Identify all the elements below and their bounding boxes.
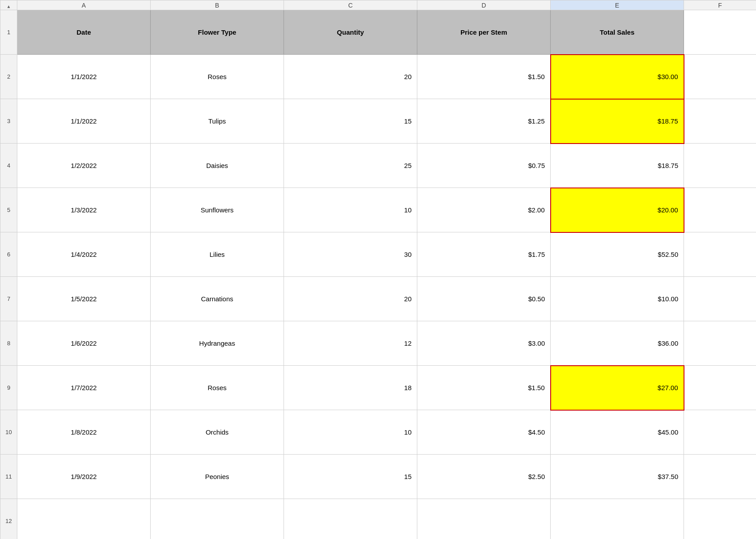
row-num-4: 4 [0, 144, 17, 188]
cell-total-11[interactable]: $37.50 [551, 455, 684, 499]
cell-date-8[interactable]: 1/6/2022 [17, 321, 151, 366]
cell-c-12[interactable] [284, 499, 417, 539]
cell-price-4[interactable]: $0.75 [417, 144, 551, 188]
cell-f-4 [684, 144, 756, 188]
cell-f-8 [684, 321, 756, 366]
row-num-6: 6 [0, 232, 17, 277]
col-header-c[interactable]: C [284, 0, 417, 10]
cell-flower-9[interactable]: Roses [151, 366, 284, 410]
cell-price-8[interactable]: $3.00 [417, 321, 551, 366]
cell-quantity-10[interactable]: 10 [284, 410, 417, 455]
data-row-10: 101/8/2022Orchids10$4.50$45.00 [0, 410, 756, 455]
cell-flower-6[interactable]: Lilies [151, 232, 284, 277]
data-row-11: 111/9/2022Peonies15$2.50$37.50 [0, 455, 756, 499]
cell-e-12[interactable] [551, 499, 684, 539]
cell-quantity-7[interactable]: 20 [284, 277, 417, 321]
cell-date-2[interactable]: 1/1/2022 [17, 55, 151, 99]
row-num-12: 12 [0, 499, 17, 539]
cell-quantity-6[interactable]: 30 [284, 232, 417, 277]
cell-flower-4[interactable]: Daisies [151, 144, 284, 188]
cell-date-11[interactable]: 1/9/2022 [17, 455, 151, 499]
row-num-1: 1 [0, 10, 17, 55]
cell-price-7[interactable]: $0.50 [417, 277, 551, 321]
cell-b-12[interactable] [151, 499, 284, 539]
cell-price-6[interactable]: $1.75 [417, 232, 551, 277]
cell-total-8[interactable]: $36.00 [551, 321, 684, 366]
cell-quantity-8[interactable]: 12 [284, 321, 417, 366]
data-row-4: 41/2/2022Daisies25$0.75$18.75 [0, 144, 756, 188]
row-num-9: 9 [0, 366, 17, 410]
data-row-8: 81/6/2022Hydrangeas12$3.00$36.00 [0, 321, 756, 366]
col-header-e[interactable]: E [551, 0, 684, 10]
col-header-d[interactable]: D [417, 0, 551, 10]
cell-quantity-9[interactable]: 18 [284, 366, 417, 410]
cell-flower-8[interactable]: Hydrangeas [151, 321, 284, 366]
cell-price-5[interactable]: $2.00 [417, 188, 551, 232]
cell-price-10[interactable]: $4.50 [417, 410, 551, 455]
cell-flower-10[interactable]: Orchids [151, 410, 284, 455]
cell-price-2[interactable]: $1.50 [417, 55, 551, 99]
cell-total-3[interactable]: $18.75 [551, 99, 684, 144]
corner-cell [0, 0, 17, 10]
spreadsheet-table: A B C D E F 1 Date Flower Type Quantity … [0, 0, 756, 539]
data-row-5: 51/3/2022Sunflowers10$2.00$20.00 [0, 188, 756, 232]
cell-d-12[interactable] [417, 499, 551, 539]
cell-quantity-5[interactable]: 10 [284, 188, 417, 232]
cell-a-12[interactable] [17, 499, 151, 539]
cell-f-5 [684, 188, 756, 232]
row-num-5: 5 [0, 188, 17, 232]
cell-date-10[interactable]: 1/8/2022 [17, 410, 151, 455]
header-cell-quantity[interactable]: Quantity [284, 10, 417, 55]
cell-price-3[interactable]: $1.25 [417, 99, 551, 144]
cell-total-5[interactable]: $20.00 [551, 188, 684, 232]
cell-date-6[interactable]: 1/4/2022 [17, 232, 151, 277]
cell-price-9[interactable]: $1.50 [417, 366, 551, 410]
column-header-row: A B C D E F [0, 0, 756, 10]
cell-total-4[interactable]: $18.75 [551, 144, 684, 188]
data-row-3: 31/1/2022Tulips15$1.25$18.75 [0, 99, 756, 144]
cell-quantity-4[interactable]: 25 [284, 144, 417, 188]
cell-date-7[interactable]: 1/5/2022 [17, 277, 151, 321]
header-cell-price[interactable]: Price per Stem [417, 10, 551, 55]
cell-f-3 [684, 99, 756, 144]
header-cell-f [684, 10, 756, 55]
cell-date-4[interactable]: 1/2/2022 [17, 144, 151, 188]
cell-f-11 [684, 455, 756, 499]
cell-f-7 [684, 277, 756, 321]
cell-f-2 [684, 55, 756, 99]
data-row-6: 61/4/2022Lilies30$1.75$52.50 [0, 232, 756, 277]
cell-date-3[interactable]: 1/1/2022 [17, 99, 151, 144]
data-row-9: 91/7/2022Roses18$1.50$27.00 [0, 366, 756, 410]
cell-f-6 [684, 232, 756, 277]
cell-flower-2[interactable]: Roses [151, 55, 284, 99]
cell-flower-5[interactable]: Sunflowers [151, 188, 284, 232]
row-num-10: 10 [0, 410, 17, 455]
cell-total-7[interactable]: $10.00 [551, 277, 684, 321]
cell-quantity-3[interactable]: 15 [284, 99, 417, 144]
data-row-7: 71/5/2022Carnations20$0.50$10.00 [0, 277, 756, 321]
cell-price-11[interactable]: $2.50 [417, 455, 551, 499]
header-cell-date[interactable]: Date [17, 10, 151, 55]
cell-date-5[interactable]: 1/3/2022 [17, 188, 151, 232]
cell-flower-7[interactable]: Carnations [151, 277, 284, 321]
cell-f-9 [684, 366, 756, 410]
cell-total-9[interactable]: $27.00 [551, 366, 684, 410]
cell-f-10 [684, 410, 756, 455]
col-header-a[interactable]: A [17, 0, 151, 10]
cell-total-10[interactable]: $45.00 [551, 410, 684, 455]
cell-quantity-11[interactable]: 15 [284, 455, 417, 499]
cell-f-12[interactable] [684, 499, 756, 539]
cell-flower-11[interactable]: Peonies [151, 455, 284, 499]
col-header-f[interactable]: F [684, 0, 756, 10]
cell-quantity-2[interactable]: 20 [284, 55, 417, 99]
col-header-b[interactable]: B [151, 0, 284, 10]
header-cell-total[interactable]: Total Sales [551, 10, 684, 55]
cell-date-9[interactable]: 1/7/2022 [17, 366, 151, 410]
cell-total-2[interactable]: $30.00 [551, 55, 684, 99]
header-row-1: 1 Date Flower Type Quantity Price per St… [0, 10, 756, 55]
cell-flower-3[interactable]: Tulips [151, 99, 284, 144]
header-cell-flower-type[interactable]: Flower Type [151, 10, 284, 55]
cell-total-6[interactable]: $52.50 [551, 232, 684, 277]
row-num-7: 7 [0, 277, 17, 321]
row-num-11: 11 [0, 455, 17, 499]
